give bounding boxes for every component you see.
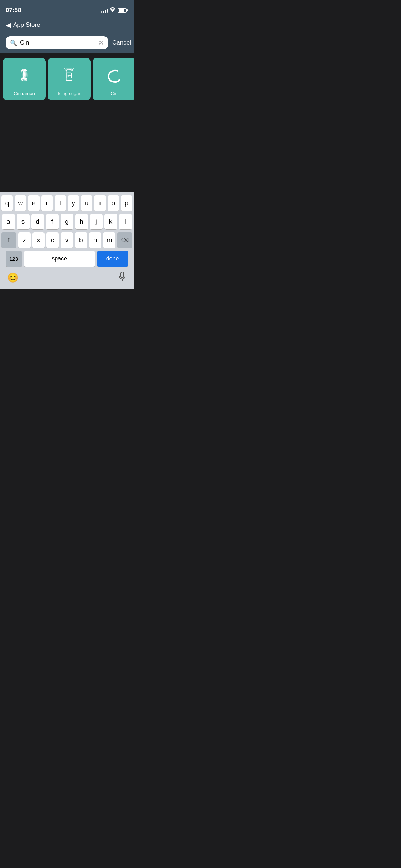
- svg-point-16: [63, 70, 63, 71]
- back-label: App Store: [13, 21, 40, 29]
- space-key[interactable]: space: [24, 251, 95, 267]
- key-y[interactable]: y: [68, 195, 79, 211]
- key-o[interactable]: o: [108, 195, 119, 211]
- delete-key[interactable]: ⌫: [117, 232, 132, 248]
- emoji-key[interactable]: 😊: [7, 272, 19, 283]
- search-input-wrapper[interactable]: 🔍 ✕: [6, 36, 108, 49]
- key-l[interactable]: l: [119, 214, 132, 229]
- result-card-icing-sugar[interactable]: Icing sugar: [48, 58, 91, 100]
- svg-point-8: [69, 69, 70, 70]
- clear-button[interactable]: ✕: [98, 40, 104, 46]
- key-e[interactable]: e: [28, 195, 39, 211]
- key-n[interactable]: n: [89, 232, 102, 248]
- shift-key[interactable]: ⇧: [1, 232, 16, 248]
- cinnamon-icon-area: [5, 61, 43, 89]
- keyboard-row-3: ⇧ z x c v b n m ⌫: [1, 232, 132, 248]
- key-g[interactable]: g: [61, 214, 73, 229]
- numbers-key[interactable]: 123: [6, 251, 22, 267]
- search-icon: 🔍: [10, 40, 17, 46]
- svg-point-15: [73, 68, 74, 69]
- icing-sugar-icon: [56, 66, 83, 85]
- key-h[interactable]: h: [75, 214, 88, 229]
- done-key[interactable]: done: [97, 251, 128, 267]
- keyboard-accessory-row: 😊: [1, 269, 132, 288]
- key-s[interactable]: s: [17, 214, 30, 229]
- cancel-button[interactable]: Cancel: [112, 39, 131, 46]
- signal-icon: [101, 8, 108, 13]
- icing-sugar-label: Icing sugar: [58, 91, 81, 96]
- search-bar: 🔍 ✕ Cancel: [0, 33, 134, 53]
- key-b[interactable]: b: [75, 232, 87, 248]
- key-w[interactable]: w: [15, 195, 26, 211]
- status-time: 07:58: [6, 7, 21, 14]
- svg-rect-17: [121, 272, 124, 278]
- key-m[interactable]: m: [103, 232, 115, 248]
- search-input[interactable]: [20, 39, 96, 46]
- icing-sugar-icon-area: [50, 61, 88, 89]
- key-c[interactable]: c: [46, 232, 59, 248]
- key-f[interactable]: f: [46, 214, 59, 229]
- svg-point-9: [70, 69, 71, 70]
- svg-rect-5: [66, 70, 72, 81]
- result-card-cinnamon[interactable]: Cinnamon: [3, 58, 46, 100]
- key-z[interactable]: z: [18, 232, 31, 248]
- key-t[interactable]: t: [55, 195, 66, 211]
- key-u[interactable]: u: [81, 195, 92, 211]
- cin-label: Cin: [110, 91, 118, 96]
- wifi-icon: [110, 7, 115, 13]
- key-j[interactable]: j: [90, 214, 103, 229]
- key-a[interactable]: a: [2, 214, 15, 229]
- keyboard-row-2: a s d f g h j k l: [1, 214, 132, 229]
- key-q[interactable]: q: [1, 195, 13, 211]
- keyboard-row-4: 123 space done: [1, 251, 132, 267]
- svg-point-7: [68, 69, 68, 70]
- svg-point-14: [64, 68, 65, 69]
- cin-icon-area: [95, 61, 133, 89]
- result-card-cin[interactable]: Cin: [93, 58, 134, 100]
- back-button[interactable]: ◀ App Store: [6, 21, 40, 29]
- cinnamon-icon: [11, 66, 38, 85]
- cinnamon-label: Cinnamon: [14, 91, 35, 96]
- key-r[interactable]: r: [41, 195, 53, 211]
- cin-letter-icon: [101, 66, 128, 85]
- nav-bar: ◀ App Store: [0, 18, 134, 33]
- status-bar: 07:58: [0, 0, 134, 18]
- keyboard-row-1: q w e r t y u i o p: [1, 195, 132, 211]
- keyboard: q w e r t y u i o p a s d f g h j k l ⇧ …: [0, 192, 134, 289]
- battery-icon: [118, 8, 128, 13]
- key-v[interactable]: v: [61, 232, 73, 248]
- search-results: Cinnamon: [0, 53, 134, 105]
- key-p[interactable]: p: [121, 195, 132, 211]
- status-icons: [101, 7, 128, 13]
- key-i[interactable]: i: [94, 195, 106, 211]
- key-d[interactable]: d: [31, 214, 44, 229]
- microphone-key[interactable]: [118, 272, 127, 284]
- key-k[interactable]: k: [104, 214, 117, 229]
- key-x[interactable]: x: [32, 232, 45, 248]
- back-chevron-icon: ◀: [6, 21, 11, 29]
